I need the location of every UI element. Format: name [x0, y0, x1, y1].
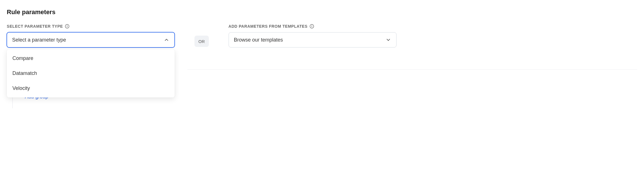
info-icon[interactable] [309, 24, 314, 29]
parameter-type-select[interactable]: Select a parameter type [7, 32, 175, 47]
templates-select[interactable]: Browse our templates [229, 32, 397, 47]
chevron-up-icon [164, 37, 169, 43]
dropdown-option-velocity[interactable]: Velocity [7, 81, 175, 96]
parameter-type-select-value: Select a parameter type [12, 37, 66, 43]
parameter-type-label-text: SELECT PARAMETER TYPE [7, 24, 63, 29]
or-separator: OR [194, 36, 209, 47]
dropdown-option-compare[interactable]: Compare [7, 51, 175, 66]
parameter-type-dropdown: Compare Datamatch Velocity [7, 49, 175, 98]
templates-label: ADD PARAMETERS FROM TEMPLATES [229, 24, 397, 29]
section-title: Rule parameters [7, 8, 458, 16]
svg-point-2 [67, 25, 67, 26]
info-icon[interactable] [65, 24, 70, 29]
dropdown-option-datamatch[interactable]: Datamatch [7, 66, 175, 81]
templates-label-text: ADD PARAMETERS FROM TEMPLATES [229, 24, 308, 29]
svg-point-5 [312, 25, 312, 26]
parameter-type-label: SELECT PARAMETER TYPE [7, 24, 175, 29]
horizontal-divider [187, 69, 637, 70]
templates-select-value: Browse our templates [234, 37, 283, 43]
chevron-down-icon [385, 37, 391, 43]
